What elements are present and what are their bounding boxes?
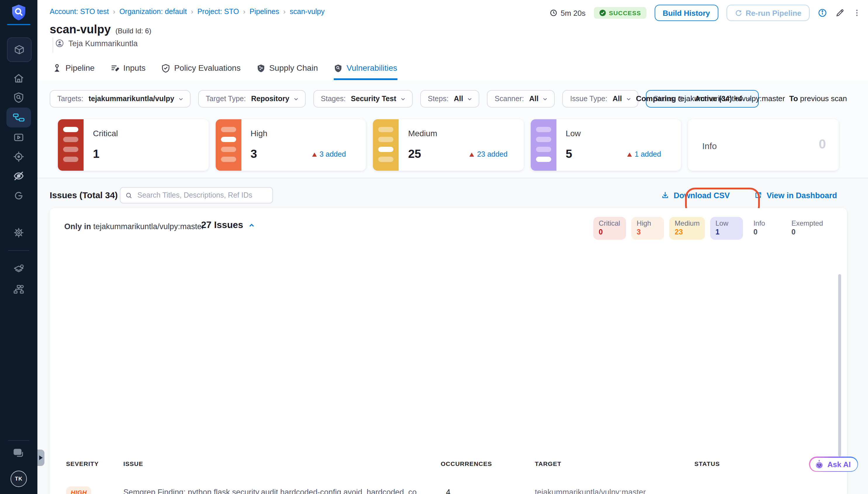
user-icon	[55, 39, 64, 48]
tab-policy-evaluations[interactable]: Policy Evaluations	[161, 63, 240, 80]
test-targets-icon[interactable]	[13, 151, 25, 163]
severity-card-info[interactable]: Info 0	[688, 119, 839, 171]
chip-high[interactable]: High3	[632, 217, 664, 240]
scans-shield-icon[interactable]	[13, 92, 24, 103]
breadcrumb-account[interactable]: Account: STO test	[50, 7, 109, 16]
duration-value: 5m 20s	[561, 8, 585, 17]
main-area: Account: STO test › Organization: defaul…	[37, 0, 868, 494]
home-icon[interactable]	[13, 72, 25, 84]
issues-group-header: Only in tejakummarikuntla/vulpy:master 2…	[61, 217, 828, 238]
title-row: scan-vulpy (Build Id: 6)	[50, 23, 151, 36]
breadcrumb-pipeline-name[interactable]: scan-vulpy	[290, 7, 325, 16]
only-in-label: Only in tejakummarikuntla/vulpy:master	[64, 222, 204, 231]
app-root: ? TK Account: STO test › Organization: d…	[0, 0, 868, 494]
filter-stages[interactable]: Stages:Security Test	[313, 90, 413, 108]
chevron-down-icon	[467, 96, 473, 102]
chevron-right-icon: ›	[243, 7, 246, 16]
project-setup-icon[interactable]	[13, 263, 25, 275]
target: tejakummarikuntla/vulpy:master	[535, 488, 646, 494]
severity-card-high[interactable]: High 3 3 added	[215, 119, 366, 171]
search-input[interactable]	[136, 191, 268, 200]
chip-info[interactable]: Info0	[748, 217, 781, 240]
edit-pencil-icon[interactable]	[835, 8, 845, 18]
view-in-dashboard-button[interactable]: View in Dashboard	[754, 191, 837, 200]
getting-started-icon[interactable]	[13, 190, 24, 202]
clock-icon	[549, 9, 558, 17]
breadcrumb-project[interactable]: Project: STO	[197, 7, 239, 16]
added-delta: 23 added	[469, 150, 507, 158]
breadcrumb: Account: STO test › Organization: defaul…	[50, 7, 325, 16]
nav-divider	[8, 440, 29, 441]
tab-inputs[interactable]: Inputs	[111, 63, 146, 80]
left-nav: ? TK	[0, 0, 37, 494]
severity-meter-icon	[531, 119, 557, 171]
chip-low[interactable]: Low1	[710, 217, 743, 240]
nav-divider	[7, 24, 31, 25]
info-icon[interactable]	[818, 8, 827, 18]
chevron-down-icon	[293, 96, 299, 102]
severity-card-critical[interactable]: Critical 1	[58, 119, 208, 171]
table-scrollbar[interactable]	[838, 274, 841, 457]
severity-meter-icon	[373, 119, 399, 171]
settings-gear-icon[interactable]	[13, 227, 25, 239]
exemptions-eye-off-icon[interactable]	[12, 170, 25, 182]
ask-ai-button[interactable]: Ask AI	[809, 457, 858, 472]
account-setup-icon[interactable]	[13, 283, 25, 296]
chip-critical[interactable]: Critical0	[594, 217, 626, 240]
build-history-button[interactable]: Build History	[654, 5, 718, 21]
rerun-pipeline-button[interactable]: Re-run Pipeline	[726, 5, 810, 21]
help-chat-icon[interactable]: ?	[12, 447, 25, 459]
tab-vulnerabilities[interactable]: Vulnerabilities	[334, 63, 397, 80]
occurrences: 4	[446, 488, 450, 494]
triangle-up-icon	[312, 152, 316, 156]
filter-scanner[interactable]: Scanner:All	[487, 90, 555, 108]
col-status: STATUS	[694, 460, 720, 467]
issue-row[interactable]: HIGH Semgrep Finding: python.flask.secur…	[50, 477, 847, 494]
severity-card-low[interactable]: Low 5 1 added	[531, 119, 681, 171]
chevron-down-icon	[178, 96, 184, 102]
col-target: TARGET	[535, 460, 561, 467]
filter-target-type[interactable]: Target Type:Repository	[198, 90, 306, 108]
sidebar-expander[interactable]	[37, 450, 44, 466]
breadcrumb-org[interactable]: Organization: default	[119, 7, 187, 16]
triangle-up-icon	[627, 152, 632, 156]
download-csv-button[interactable]: Download CSV	[661, 191, 730, 200]
svg-text:?: ?	[16, 450, 19, 454]
filter-targets[interactable]: Targets:tejakummarikuntla/vulpy	[50, 90, 191, 108]
severity-card-medium[interactable]: Medium 25 23 added	[373, 119, 523, 171]
breadcrumb-pipelines[interactable]: Pipelines	[250, 7, 279, 16]
tab-pipeline[interactable]: Pipeline	[53, 63, 95, 80]
issues-panel: Only in tejakummarikuntla/vulpy:master 2…	[50, 208, 847, 494]
chip-exempted[interactable]: Exempted0	[786, 217, 828, 240]
executions-icon[interactable]	[13, 132, 25, 143]
shield-nodes-icon	[256, 63, 265, 72]
added-delta: 1 added	[627, 150, 661, 158]
col-occurrences: OCCURRENCES	[441, 460, 492, 467]
added-delta: 3 added	[312, 150, 346, 158]
issues-search[interactable]	[120, 187, 273, 204]
triangle-up-icon	[469, 152, 474, 156]
filter-steps[interactable]: Steps:All	[420, 90, 480, 108]
col-issue: ISSUE	[123, 460, 143, 467]
shield-check-icon	[161, 63, 170, 72]
execution-tabs: Pipeline Inputs Policy Evaluations Suppl…	[53, 63, 397, 80]
tab-supply-chain[interactable]: Supply Chain	[256, 63, 318, 80]
filter-issue-type[interactable]: Issue Type:All	[563, 90, 638, 108]
chip-medium[interactable]: Medium23	[670, 217, 705, 240]
chevron-down-icon	[625, 96, 632, 102]
group-issue-count[interactable]: 27 Issues	[201, 220, 255, 230]
severity-cards: Critical 1 High 3 3 added Medium 25 23 a…	[58, 119, 839, 171]
inputs-icon	[111, 63, 119, 72]
module-selector-cube-icon[interactable]	[7, 37, 32, 62]
pipelines-nav-active[interactable]	[6, 108, 31, 128]
severity-chips: Critical0 High3 Medium23 Low1 Info0 Exem…	[594, 217, 828, 240]
summary-zone: Targets:tejakummarikuntla/vulpy Target T…	[37, 80, 868, 178]
screenshot-stage: ? TK Account: STO test › Organization: d…	[0, 0, 868, 494]
kebab-menu-icon[interactable]	[853, 8, 861, 18]
sto-shield-logo-icon[interactable]	[10, 3, 27, 21]
header-actions: 5m 20s SUCCESS Build History Re-run Pipe…	[549, 5, 861, 20]
col-severity: SEVERITY	[66, 460, 99, 467]
chevron-right-icon: ›	[191, 7, 193, 16]
severity-badge: HIGH	[66, 487, 92, 494]
user-avatar[interactable]: TK	[11, 471, 27, 487]
